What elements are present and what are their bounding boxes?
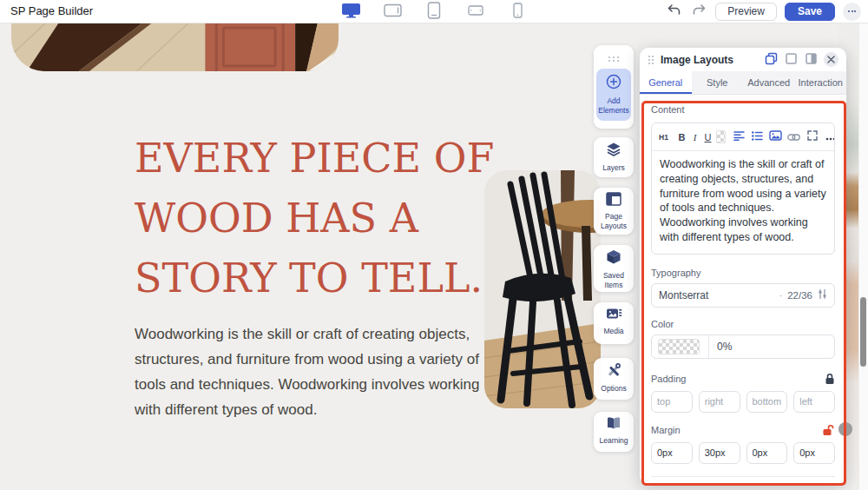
panel-drag-handle-icon[interactable] bbox=[648, 55, 654, 65]
chair-photo[interactable] bbox=[484, 170, 601, 408]
undo-button[interactable] bbox=[665, 3, 682, 20]
tools-icon bbox=[606, 362, 621, 381]
panel-scroll-knob[interactable] bbox=[838, 422, 852, 436]
list-button[interactable] bbox=[752, 129, 763, 146]
rich-text-editor: H1 B I U bbox=[651, 122, 835, 255]
margin-right-input[interactable] bbox=[699, 442, 740, 464]
editor-textarea[interactable]: Woodworking is the skill or craft of cre… bbox=[652, 151, 834, 254]
scrollbar-thumb[interactable] bbox=[860, 297, 866, 367]
underline-button[interactable]: U bbox=[702, 129, 713, 146]
lock-open-icon[interactable] bbox=[822, 424, 835, 436]
align-button[interactable] bbox=[733, 129, 745, 146]
padding-label: Padding bbox=[651, 374, 686, 384]
padding-inputs bbox=[651, 391, 835, 413]
rail-item-label: Saved Items bbox=[594, 271, 634, 290]
padding-left-input[interactable] bbox=[793, 391, 835, 413]
dock-square-icon bbox=[786, 53, 797, 67]
tab-general[interactable]: General bbox=[640, 71, 692, 94]
rail-item-saved-items[interactable]: Saved Items bbox=[594, 245, 634, 295]
rail-item-media[interactable]: Media bbox=[594, 302, 634, 341]
rail-drag-handle-icon[interactable] bbox=[608, 45, 620, 69]
device-tablet-landscape-button[interactable] bbox=[382, 3, 403, 20]
heading-line: EVERY PIECE OF bbox=[135, 129, 534, 189]
insert-image-button[interactable] bbox=[770, 129, 781, 146]
padding-right-input[interactable] bbox=[699, 391, 740, 413]
plus-circle-icon bbox=[605, 73, 622, 94]
media-icon bbox=[606, 307, 622, 324]
content-label: Content bbox=[651, 104, 835, 115]
transparent-swatch-icon bbox=[716, 130, 726, 143]
tab-advanced[interactable]: Advanced bbox=[743, 71, 795, 94]
device-tablet-portrait-button[interactable] bbox=[424, 3, 444, 20]
page-scrollbar[interactable] bbox=[858, 23, 868, 490]
float-windows-icon bbox=[765, 52, 778, 68]
padding-header: Padding bbox=[651, 373, 835, 385]
padding-top-input[interactable] bbox=[651, 391, 693, 413]
margin-top-input[interactable] bbox=[651, 442, 693, 464]
canvas-heading[interactable]: EVERY PIECE OF WOOD HAS A STORY TO TELL. bbox=[135, 129, 534, 308]
rail-item-label: Add Elements bbox=[596, 96, 631, 116]
rail-card: Learning bbox=[594, 412, 634, 452]
image-layouts-panel: Image Layouts General Style Advanced Int… bbox=[640, 48, 846, 484]
bold-button[interactable]: B bbox=[676, 129, 687, 146]
close-icon bbox=[827, 53, 835, 66]
margin-header: Margin bbox=[651, 424, 835, 436]
device-mobile-portrait-button[interactable] bbox=[507, 3, 528, 20]
tab-interaction[interactable]: Interaction bbox=[795, 71, 847, 94]
highlight-color-button[interactable] bbox=[715, 129, 727, 146]
fullscreen-button[interactable] bbox=[806, 129, 818, 146]
rail-item-label: Options bbox=[600, 384, 627, 394]
lock-closed-icon[interactable] bbox=[825, 373, 835, 385]
padding-bottom-input[interactable] bbox=[746, 391, 788, 413]
typography-field[interactable]: Montserrat · 22/36 bbox=[651, 283, 835, 308]
more-options-button[interactable] bbox=[843, 3, 861, 21]
section-divider bbox=[651, 476, 835, 477]
device-desktop-button[interactable] bbox=[340, 3, 361, 20]
rail-card: Options bbox=[594, 358, 634, 400]
hero-wood-image[interactable] bbox=[11, 23, 339, 71]
typography-label: Typography bbox=[651, 268, 835, 278]
editor-more-button[interactable] bbox=[825, 129, 835, 146]
app-title: SP Page Builder bbox=[10, 4, 93, 17]
rail-item-label: Learning bbox=[598, 436, 628, 446]
panel-float-mode-button[interactable] bbox=[764, 53, 778, 67]
tab-style[interactable]: Style bbox=[692, 71, 744, 94]
rail-card: Saved Items bbox=[594, 245, 634, 292]
page-builder-app: SP Page Builder bbox=[0, 0, 868, 490]
margin-left-input[interactable] bbox=[793, 442, 835, 464]
rail-item-page-layouts[interactable]: Page Layouts bbox=[594, 188, 634, 236]
panel-body: Content H1 B I U bbox=[640, 95, 846, 484]
ellipsis-icon bbox=[848, 10, 850, 13]
rail-card-top: Add Elements bbox=[594, 45, 634, 129]
book-icon bbox=[606, 416, 621, 434]
preview-button[interactable]: Preview bbox=[715, 3, 777, 21]
panel-dock-left-button[interactable] bbox=[784, 53, 798, 67]
device-mobile-landscape-button[interactable] bbox=[465, 3, 486, 20]
italic-button[interactable]: I bbox=[689, 129, 700, 146]
layers-icon bbox=[606, 142, 621, 161]
color-swatch[interactable] bbox=[658, 339, 700, 354]
panel-dock-right-button[interactable] bbox=[804, 53, 818, 67]
font-size-leading-value: 22/36 bbox=[787, 290, 812, 301]
topbar-actions: Preview Save bbox=[665, 0, 861, 23]
rail-item-options[interactable]: Options bbox=[594, 358, 634, 399]
margin-bottom-input[interactable] bbox=[746, 442, 788, 464]
rail-item-add-elements[interactable]: Add Elements bbox=[596, 69, 631, 121]
rail-item-layers[interactable]: Layers bbox=[594, 137, 634, 178]
cube-icon bbox=[606, 249, 621, 268]
editor-toolbar: H1 B I U bbox=[652, 123, 834, 151]
bullet-list-icon bbox=[752, 130, 763, 143]
rail-item-learning[interactable]: Learning bbox=[594, 412, 634, 451]
panel-close-button[interactable] bbox=[824, 52, 838, 67]
rail-item-label: Page Layouts bbox=[594, 212, 634, 231]
font-family-value: Montserrat bbox=[659, 289, 708, 301]
panel-tabs: General Style Advanced Interaction bbox=[640, 71, 846, 95]
canvas-paragraph[interactable]: Woodworking is the skill or craft of cre… bbox=[135, 321, 487, 422]
heading-format-button[interactable]: H1 bbox=[658, 129, 669, 146]
align-left-icon bbox=[733, 130, 745, 143]
save-button[interactable]: Save bbox=[785, 3, 835, 21]
heading-line: STORY TO TELL. bbox=[135, 248, 534, 308]
redo-button[interactable] bbox=[690, 3, 707, 20]
dock-split-icon bbox=[806, 53, 817, 67]
insert-link-button[interactable] bbox=[788, 129, 799, 146]
